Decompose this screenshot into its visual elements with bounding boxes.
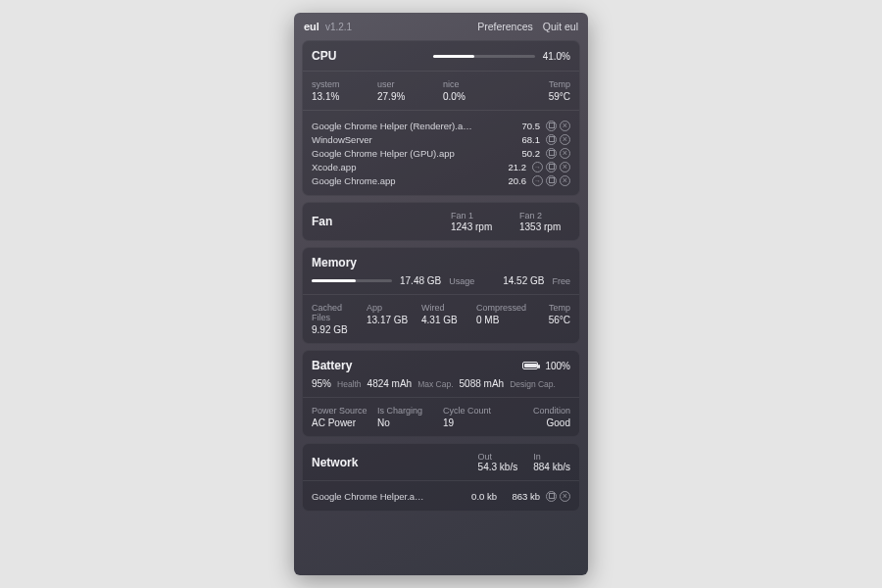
battery-design-value: 5088 mAh bbox=[460, 378, 505, 389]
close-icon[interactable] bbox=[560, 491, 570, 502]
batt-condition-value: Good bbox=[509, 417, 570, 428]
process-cpu-value: 50.2 bbox=[511, 148, 540, 159]
cpu-title: CPU bbox=[312, 49, 336, 63]
process-cpu-value: 21.2 bbox=[497, 162, 526, 172]
fan1-value: 1243 rpm bbox=[451, 221, 502, 232]
app-version: v1.2.1 bbox=[325, 22, 352, 32]
process-name: Google Chrome.app bbox=[312, 175, 491, 186]
net-in-label: In bbox=[533, 452, 570, 462]
net-out-label: Out bbox=[478, 452, 518, 462]
mem-wired-value: 4.31 GB bbox=[421, 315, 472, 325]
battery-design-label: Design Cap. bbox=[510, 379, 556, 389]
preferences-link[interactable]: Preferences bbox=[477, 21, 533, 32]
battery-maxcap-label: Max Cap. bbox=[417, 379, 453, 389]
battery-card: Battery 100% 95% Health 4824 mAh Max Cap… bbox=[302, 350, 580, 437]
battery-health-label: Health bbox=[337, 379, 362, 389]
cpu-usage-bar bbox=[433, 55, 535, 58]
battery-health-value: 95% bbox=[312, 378, 331, 389]
process-in-value: 863 kb bbox=[503, 491, 540, 502]
close-icon[interactable] bbox=[560, 134, 570, 145]
network-title: Network bbox=[312, 456, 358, 469]
fan1-label: Fan 1 bbox=[451, 211, 502, 220]
process-name: Google Chrome Helper (GPU).app bbox=[312, 148, 505, 159]
inspect-icon[interactable] bbox=[546, 121, 557, 131]
batt-charging-label: Is Charging bbox=[377, 406, 439, 416]
process-actions bbox=[546, 491, 570, 502]
inspect-icon[interactable] bbox=[546, 162, 557, 172]
batt-source-label: Power Source bbox=[312, 406, 373, 416]
inspect-icon[interactable] bbox=[546, 134, 557, 145]
process-cpu-value: 68.1 bbox=[511, 134, 540, 145]
fan2-label: Fan 2 bbox=[519, 211, 570, 220]
batt-condition-label: Condition bbox=[509, 406, 570, 416]
quit-link[interactable]: Quit eul bbox=[543, 21, 578, 32]
close-icon[interactable] bbox=[560, 162, 570, 172]
memory-usage-label: Usage bbox=[449, 276, 474, 286]
process-actions bbox=[546, 148, 570, 159]
cpu-usage-value: 41.0% bbox=[543, 51, 570, 62]
cpu-system-label: system bbox=[312, 79, 373, 89]
network-process-list: Google Chrome Helper.a…0.0 kb863 kb bbox=[312, 489, 570, 503]
batt-cycles-label: Cycle Count bbox=[443, 406, 505, 416]
mem-compressed-label: Compressed bbox=[476, 303, 527, 313]
cpu-card: CPU 41.0% system13.1% user27.9% nice0.0%… bbox=[302, 40, 580, 196]
mem-compressed-value: 0 MB bbox=[476, 315, 527, 325]
memory-title: Memory bbox=[312, 256, 357, 270]
inspect-icon[interactable] bbox=[546, 175, 557, 186]
fan2-value: 1353 rpm bbox=[519, 221, 570, 232]
process-name: Xcode.app bbox=[312, 162, 491, 172]
fan-title: Fan bbox=[312, 215, 332, 228]
close-icon[interactable] bbox=[560, 148, 570, 159]
process-cpu-value: 70.5 bbox=[511, 121, 540, 131]
process-actions bbox=[532, 175, 570, 186]
net-in-value: 884 kb/s bbox=[533, 462, 570, 472]
cpu-process-row: Google Chrome.app20.6 bbox=[312, 173, 570, 187]
net-out-value: 54.3 kb/s bbox=[478, 462, 518, 472]
mem-app-value: 13.17 GB bbox=[367, 315, 417, 325]
titlebar: eul v1.2.1 Preferences Quit eul bbox=[302, 19, 580, 34]
cpu-user-label: user bbox=[377, 79, 439, 89]
batt-cycles-value: 19 bbox=[443, 417, 505, 428]
process-actions bbox=[546, 121, 570, 131]
batt-charging-value: No bbox=[377, 417, 439, 428]
close-icon[interactable] bbox=[560, 121, 570, 131]
cpu-process-row: Google Chrome Helper (Renderer).a…70.5 bbox=[312, 119, 570, 132]
process-actions bbox=[532, 162, 570, 172]
process-cpu-value: 20.6 bbox=[497, 175, 526, 186]
cpu-nice-label: nice bbox=[443, 79, 505, 89]
fan-card: Fan Fan 11243 rpm Fan 21353 rpm bbox=[302, 202, 580, 241]
network-card: Network Out54.3 kb/s In884 kb/s Google C… bbox=[302, 443, 580, 512]
network-process-row: Google Chrome Helper.a…0.0 kb863 kb bbox=[312, 489, 570, 503]
cpu-user-value: 27.9% bbox=[377, 91, 439, 102]
cpu-usage-fill bbox=[433, 55, 474, 58]
reveal-icon[interactable] bbox=[532, 175, 543, 186]
memory-usage-fill bbox=[312, 279, 356, 282]
app-name: eul bbox=[304, 21, 319, 32]
memory-free-label: Free bbox=[552, 276, 570, 286]
memory-usage-value: 17.48 GB bbox=[400, 275, 441, 286]
process-name: Google Chrome Helper (Renderer).a… bbox=[312, 121, 505, 131]
cpu-nice-value: 0.0% bbox=[443, 91, 505, 102]
close-icon[interactable] bbox=[560, 175, 570, 186]
battery-maxcap-value: 4824 mAh bbox=[368, 378, 413, 389]
process-actions bbox=[546, 134, 570, 145]
cpu-process-row: Xcode.app21.2 bbox=[312, 160, 570, 173]
app-window: eul v1.2.1 Preferences Quit eul CPU 41.0… bbox=[294, 13, 588, 575]
mem-temp-value: 56°C bbox=[531, 315, 570, 325]
cpu-system-value: 13.1% bbox=[312, 91, 373, 102]
process-name: Google Chrome Helper.a… bbox=[312, 491, 454, 502]
process-name: WindowServer bbox=[312, 134, 505, 145]
mem-app-label: App bbox=[367, 303, 417, 313]
battery-title: Battery bbox=[312, 359, 352, 372]
battery-icon bbox=[522, 362, 538, 369]
process-out-value: 0.0 kb bbox=[460, 491, 497, 502]
mem-cached-label: Cached Files bbox=[312, 303, 363, 322]
memory-card: Memory 17.48 GB Usage 14.52 GB Free Cach… bbox=[302, 247, 580, 344]
mem-wired-label: Wired bbox=[421, 303, 472, 313]
reveal-icon[interactable] bbox=[532, 162, 543, 172]
cpu-process-row: WindowServer68.1 bbox=[312, 132, 570, 146]
inspect-icon[interactable] bbox=[546, 491, 557, 502]
inspect-icon[interactable] bbox=[546, 148, 557, 159]
cpu-process-list: Google Chrome Helper (Renderer).a…70.5Wi… bbox=[312, 119, 570, 187]
cpu-temp-value: 59°C bbox=[509, 91, 570, 102]
